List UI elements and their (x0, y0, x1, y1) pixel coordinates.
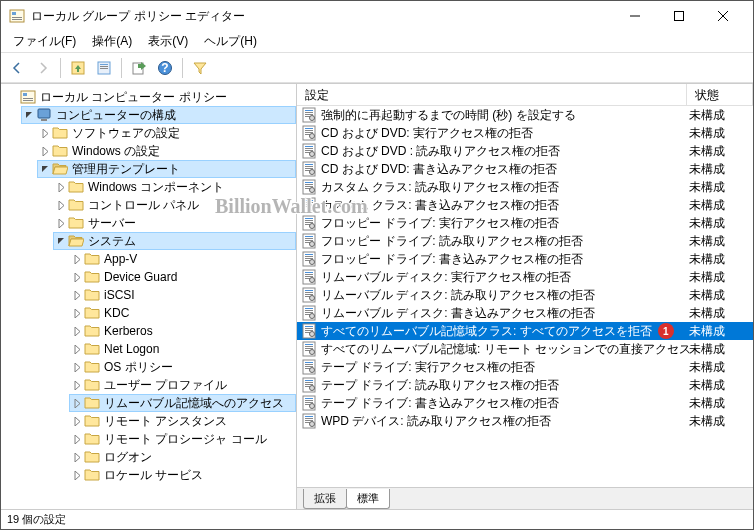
expand-icon[interactable] (71, 361, 83, 373)
close-button[interactable] (701, 1, 745, 31)
menu-view[interactable]: 表示(V) (140, 31, 196, 52)
tree-removable-storage[interactable]: リムーバブル記憶域へのアクセス (69, 394, 296, 412)
expand-icon[interactable] (71, 397, 83, 409)
tree-label: リモート プロシージャ コール (104, 431, 267, 448)
list-row[interactable]: フロッピー ドライブ: 実行アクセス権の拒否 未構成 (297, 214, 753, 232)
expand-icon[interactable] (71, 307, 83, 319)
tree-logon[interactable]: ログオン (69, 448, 296, 466)
list-body[interactable]: 強制的に再起動するまでの時間 (秒) を設定する 未構成 CD および DVD:… (297, 106, 753, 487)
tree-app-v[interactable]: App-V (69, 250, 296, 268)
tree-label: Kerberos (104, 324, 153, 338)
expand-icon[interactable] (71, 433, 83, 445)
tree-label: OS ポリシー (104, 359, 173, 376)
tree-label: 管理用テンプレート (72, 161, 180, 178)
maximize-button[interactable] (657, 1, 701, 31)
expand-icon[interactable] (55, 181, 67, 193)
col-setting[interactable]: 設定 (297, 84, 687, 105)
setting-icon (301, 287, 317, 303)
properties-button[interactable] (92, 56, 116, 80)
expand-icon[interactable] (71, 271, 83, 283)
folder-closed-icon (84, 377, 100, 393)
list-row[interactable]: テープ ドライブ: 読み取りアクセス権の拒否 未構成 (297, 376, 753, 394)
list-row[interactable]: CD および DVD: 実行アクセス権の拒否 未構成 (297, 124, 753, 142)
list-row[interactable]: WPD デバイス: 読み取りアクセス権の拒否 未構成 (297, 412, 753, 430)
tree-locale-services[interactable]: ロケール サービス (69, 466, 296, 484)
export-button[interactable] (127, 56, 151, 80)
setting-name: 強制的に再起動するまでの時間 (秒) を設定する (321, 107, 576, 124)
list-row[interactable]: カスタム クラス: 読み取りアクセス権の拒否 未構成 (297, 178, 753, 196)
up-button[interactable] (66, 56, 90, 80)
expand-icon[interactable] (55, 199, 67, 211)
list-row[interactable]: 強制的に再起動するまでの時間 (秒) を設定する 未構成 (297, 106, 753, 124)
tree-device-guard[interactable]: Device Guard (69, 268, 296, 286)
setting-state: 未構成 (689, 161, 749, 178)
tree-root[interactable]: ローカル コンピューター ポリシー (5, 88, 296, 106)
expand-icon[interactable] (71, 325, 83, 337)
tree-kdc[interactable]: KDC (69, 304, 296, 322)
tree-pane[interactable]: ローカル コンピューター ポリシー コンピューターの構成 ソフトウェアの設定 W… (1, 84, 297, 509)
forward-button[interactable] (31, 56, 55, 80)
tree-software[interactable]: ソフトウェアの設定 (37, 124, 296, 142)
setting-name: カスタム クラス: 書き込みアクセス権の拒否 (321, 197, 559, 214)
help-button[interactable] (153, 56, 177, 80)
list-row[interactable]: CD および DVD: 書き込みアクセス権の拒否 未構成 (297, 160, 753, 178)
expand-icon[interactable] (39, 145, 51, 157)
folder-closed-icon (84, 449, 100, 465)
collapse-icon[interactable] (23, 109, 35, 121)
collapse-icon[interactable] (39, 163, 51, 175)
tree-net-logon[interactable]: Net Logon (69, 340, 296, 358)
tree-windows-settings[interactable]: Windows の設定 (37, 142, 296, 160)
menu-action[interactable]: 操作(A) (84, 31, 140, 52)
list-row[interactable]: テープ ドライブ: 実行アクセス権の拒否 未構成 (297, 358, 753, 376)
list-row[interactable]: カスタム クラス: 書き込みアクセス権の拒否 未構成 (297, 196, 753, 214)
setting-icon (301, 413, 317, 429)
col-state[interactable]: 状態 (687, 84, 753, 105)
expand-icon[interactable] (71, 469, 83, 481)
collapse-icon[interactable] (55, 235, 67, 247)
tree-system[interactable]: システム (53, 232, 296, 250)
tree-label: ログオン (104, 449, 152, 466)
setting-name: WPD デバイス: 読み取りアクセス権の拒否 (321, 413, 551, 430)
folder-closed-icon (84, 395, 100, 411)
expand-icon[interactable] (71, 415, 83, 427)
tree-computer-config[interactable]: コンピューターの構成 (21, 106, 296, 124)
menu-file[interactable]: ファイル(F) (5, 31, 84, 52)
menu-help[interactable]: ヘルプ(H) (196, 31, 265, 52)
tree-control-panel[interactable]: コントロール パネル (53, 196, 296, 214)
tree-admin-templates[interactable]: 管理用テンプレート (37, 160, 296, 178)
list-row[interactable]: すべてのリムーバブル記憶域クラス: すべてのアクセスを拒否1 未構成 (297, 322, 753, 340)
minimize-button[interactable] (613, 1, 657, 31)
list-row[interactable]: テープ ドライブ: 書き込みアクセス権の拒否 未構成 (297, 394, 753, 412)
expand-icon[interactable] (71, 379, 83, 391)
tree-remote-assist[interactable]: リモート アシスタンス (69, 412, 296, 430)
tree-user-profile[interactable]: ユーザー プロファイル (69, 376, 296, 394)
list-row[interactable]: リムーバブル ディスク: 実行アクセス権の拒否 未構成 (297, 268, 753, 286)
tree-win-components[interactable]: Windows コンポーネント (53, 178, 296, 196)
tree-os-policy[interactable]: OS ポリシー (69, 358, 296, 376)
list-row[interactable]: リムーバブル ディスク: 書き込みアクセス権の拒否 未構成 (297, 304, 753, 322)
expand-icon[interactable] (71, 343, 83, 355)
setting-name: CD および DVD : 読み取りアクセス権の拒否 (321, 143, 560, 160)
back-button[interactable] (5, 56, 29, 80)
titlebar: ローカル グループ ポリシー エディター (1, 1, 753, 31)
expand-icon[interactable] (71, 253, 83, 265)
list-row[interactable]: フロッピー ドライブ: 書き込みアクセス権の拒否 未構成 (297, 250, 753, 268)
tree-iscsi[interactable]: iSCSI (69, 286, 296, 304)
filter-button[interactable] (188, 56, 212, 80)
list-row[interactable]: CD および DVD : 読み取りアクセス権の拒否 未構成 (297, 142, 753, 160)
tree-server[interactable]: サーバー (53, 214, 296, 232)
tab-standard[interactable]: 標準 (346, 489, 390, 509)
expand-icon[interactable] (71, 289, 83, 301)
tree-label: Device Guard (104, 270, 177, 284)
expand-icon[interactable] (55, 217, 67, 229)
list-row[interactable]: リムーバブル ディスク: 読み取りアクセス権の拒否 未構成 (297, 286, 753, 304)
expand-icon[interactable] (71, 451, 83, 463)
list-row[interactable]: フロッピー ドライブ: 読み取りアクセス権の拒否 未構成 (297, 232, 753, 250)
list-row[interactable]: すべてのリムーバブル記憶域: リモート セッションでの直接アクセスを許... 未… (297, 340, 753, 358)
tab-extended[interactable]: 拡張 (303, 489, 347, 509)
setting-name: CD および DVD: 書き込みアクセス権の拒否 (321, 161, 557, 178)
tree-remote-proc[interactable]: リモート プロシージャ コール (69, 430, 296, 448)
expand-icon[interactable] (39, 127, 51, 139)
tree-kerberos[interactable]: Kerberos (69, 322, 296, 340)
list-header[interactable]: 設定 状態 (297, 84, 753, 106)
